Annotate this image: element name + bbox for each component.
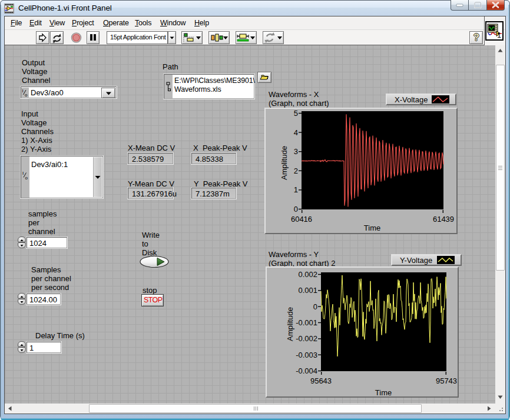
svg-text:-0.003: -0.003 (296, 351, 317, 359)
svg-text:4: 4 (294, 128, 298, 137)
svg-text:Amplitude: Amplitude (280, 146, 289, 180)
svg-text:95743: 95743 (436, 376, 457, 385)
svg-text:-0.004: -0.004 (296, 366, 317, 375)
svg-text:1: 1 (294, 185, 298, 194)
svg-text:o: o (25, 92, 28, 98)
svg-text:0: 0 (294, 205, 298, 214)
svg-text:Time: Time (375, 388, 392, 397)
svg-text:0.001: 0.001 (298, 286, 317, 295)
svg-text:95643: 95643 (310, 376, 332, 385)
svg-text:0: 0 (313, 302, 317, 311)
svg-text:I: I (22, 88, 24, 94)
svg-text:I: I (22, 171, 24, 176)
svg-text:-0.001: -0.001 (296, 318, 317, 327)
svg-text:5: 5 (294, 109, 298, 118)
svg-text:3: 3 (294, 147, 298, 156)
svg-text:Amplitude: Amplitude (286, 307, 294, 341)
svg-text:0.002: 0.002 (298, 270, 317, 279)
svg-text:Time: Time (364, 224, 380, 232)
svg-text:60416: 60416 (291, 215, 312, 224)
svg-text:-0.002: -0.002 (296, 334, 317, 343)
svg-text:61439: 61439 (433, 215, 454, 224)
svg-text:2: 2 (294, 166, 298, 175)
svg-text:o: o (25, 175, 28, 181)
